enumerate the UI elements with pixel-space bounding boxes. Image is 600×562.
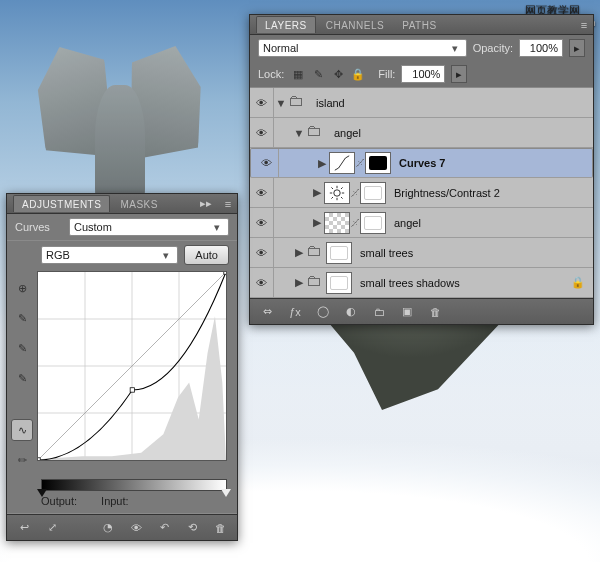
mask-thumb[interactable] bbox=[326, 272, 352, 294]
return-to-list-icon[interactable]: ↩ bbox=[13, 517, 35, 539]
layer-row[interactable]: 👁▶⸓angel bbox=[250, 208, 593, 238]
visibility-toggle-icon[interactable]: 👁 bbox=[250, 238, 274, 267]
eyedropper-gray-icon[interactable]: ✎ bbox=[11, 337, 33, 359]
tab-adjustments[interactable]: ADJUSTMENTS bbox=[13, 195, 110, 212]
curve-pencil-tool-icon[interactable]: ✏ bbox=[11, 449, 33, 471]
fill-field[interactable]: 100% bbox=[401, 65, 445, 83]
visibility-toggle-icon[interactable]: 👁 bbox=[250, 178, 274, 207]
disclosure-triangle-icon[interactable]: ▶ bbox=[310, 186, 324, 199]
clip-to-layer-icon[interactable]: ◔ bbox=[97, 517, 119, 539]
input-label: Input: bbox=[101, 495, 129, 507]
reset-icon[interactable]: ⟲ bbox=[181, 517, 203, 539]
curve-point[interactable] bbox=[130, 388, 134, 392]
mask-thumb[interactable] bbox=[360, 212, 386, 234]
target-adjust-icon[interactable]: ⊕ bbox=[11, 277, 33, 299]
layers-footer: ⇔ ƒx ◯ ◐ 🗀 ▣ 🗑 bbox=[250, 298, 593, 324]
link-layers-icon[interactable]: ⇔ bbox=[256, 301, 278, 323]
curves-adj-thumb[interactable] bbox=[329, 152, 355, 174]
visibility-toggle-icon[interactable]: 👁 bbox=[250, 118, 274, 147]
new-layer-icon[interactable]: ▣ bbox=[396, 301, 418, 323]
visibility-toggle-icon[interactable]: 👁 bbox=[250, 208, 274, 237]
blend-mode-select[interactable]: Normal ▾ bbox=[258, 39, 467, 57]
mask-link-icon[interactable]: ⸓ bbox=[350, 187, 360, 199]
curves-graph[interactable] bbox=[37, 271, 227, 461]
curve-point[interactable] bbox=[224, 272, 226, 274]
visibility-toggle-icon[interactable]: 👁 bbox=[250, 268, 274, 297]
lock-all-icon[interactable]: 🔒 bbox=[350, 66, 366, 82]
layer-thumb[interactable] bbox=[324, 212, 350, 234]
opacity-field[interactable]: 100% bbox=[519, 39, 563, 57]
visibility-toggle-icon[interactable]: 👁 bbox=[250, 88, 274, 117]
layer-row[interactable]: 👁▶⸓Curves 7 bbox=[250, 148, 593, 178]
lock-icons: ▦ ✎ ✥ 🔒 bbox=[290, 66, 366, 82]
curve-point[interactable] bbox=[38, 458, 40, 460]
adjustment-type-label: Curves bbox=[15, 221, 63, 233]
white-point-handle[interactable] bbox=[221, 489, 231, 497]
input-gradient-slider[interactable] bbox=[41, 479, 227, 491]
fill-label: Fill: bbox=[378, 68, 395, 80]
layer-name[interactable]: island bbox=[308, 97, 345, 109]
toggle-visibility-icon[interactable]: 👁 bbox=[125, 517, 147, 539]
disclosure-triangle-icon[interactable]: ▶ bbox=[292, 276, 306, 289]
layer-row[interactable]: 👁▶🗀small trees bbox=[250, 238, 593, 268]
layer-name[interactable]: small trees shadows bbox=[352, 277, 460, 289]
layer-row[interactable]: 👁▶⸓Brightness/Contrast 2 bbox=[250, 178, 593, 208]
folder-icon: 🗀 bbox=[306, 272, 326, 294]
mask-thumb[interactable] bbox=[360, 182, 386, 204]
curves-tool-column: ⊕ ✎ ✎ ✎ ∿ ✏ bbox=[7, 269, 37, 479]
layer-row[interactable]: 👁▶🗀small trees shadows🔒 bbox=[250, 268, 593, 298]
eyedropper-white-icon[interactable]: ✎ bbox=[11, 367, 33, 389]
disclosure-triangle-icon[interactable]: ▼ bbox=[292, 127, 306, 139]
collapse-icon[interactable]: ▸▸ bbox=[195, 197, 217, 210]
layer-fx-icon[interactable]: ƒx bbox=[284, 301, 306, 323]
layer-row[interactable]: 👁▼🗀island bbox=[250, 88, 593, 118]
lock-pixels-icon[interactable]: ✎ bbox=[310, 66, 326, 82]
panel-menu-icon[interactable]: ≡ bbox=[575, 19, 593, 31]
tab-channels[interactable]: CHANNELS bbox=[318, 17, 392, 33]
tab-masks[interactable]: MASKS bbox=[112, 196, 166, 212]
preset-value: Custom bbox=[74, 221, 210, 233]
disclosure-triangle-icon[interactable]: ▶ bbox=[292, 246, 306, 259]
previous-state-icon[interactable]: ↶ bbox=[153, 517, 175, 539]
opacity-flyout-icon[interactable]: ▸ bbox=[569, 39, 585, 57]
tab-layers[interactable]: LAYERS bbox=[256, 16, 316, 33]
layer-name[interactable]: small trees bbox=[352, 247, 413, 259]
mask-link-icon[interactable]: ⸓ bbox=[355, 157, 365, 169]
layer-mask-icon[interactable]: ◯ bbox=[312, 301, 334, 323]
lock-label: Lock: bbox=[258, 68, 284, 80]
brightness-adj-thumb[interactable] bbox=[324, 182, 350, 204]
fill-flyout-icon[interactable]: ▸ bbox=[451, 65, 467, 83]
chevron-down-icon: ▾ bbox=[159, 249, 173, 262]
disclosure-triangle-icon[interactable]: ▶ bbox=[310, 216, 324, 229]
disclosure-triangle-icon[interactable]: ▶ bbox=[315, 157, 329, 170]
preset-row: Curves Custom ▾ bbox=[7, 214, 237, 240]
layer-row[interactable]: 👁▼🗀angel bbox=[250, 118, 593, 148]
layers-panel: LAYERS CHANNELS PATHS ≡ Normal ▾ Opacity… bbox=[249, 14, 594, 325]
preset-select[interactable]: Custom ▾ bbox=[69, 218, 229, 236]
auto-button[interactable]: Auto bbox=[184, 245, 229, 265]
expand-view-icon[interactable]: ⤢ bbox=[41, 517, 63, 539]
adjustment-layer-icon[interactable]: ◐ bbox=[340, 301, 362, 323]
layer-tree[interactable]: 👁▼🗀island👁▼🗀angel👁▶⸓Curves 7👁▶⸓Brightnes… bbox=[250, 88, 593, 298]
channel-select[interactable]: RGB ▾ bbox=[41, 246, 178, 264]
curve-point-tool-icon[interactable]: ∿ bbox=[11, 419, 33, 441]
eyedropper-black-icon[interactable]: ✎ bbox=[11, 307, 33, 329]
panel-menu-icon[interactable]: ≡ bbox=[219, 198, 237, 210]
layer-name[interactable]: Brightness/Contrast 2 bbox=[386, 187, 500, 199]
delete-adjustment-icon[interactable]: 🗑 bbox=[209, 517, 231, 539]
mask-thumb[interactable] bbox=[365, 152, 391, 174]
group-icon[interactable]: 🗀 bbox=[368, 301, 390, 323]
layer-name[interactable]: angel bbox=[386, 217, 421, 229]
layer-name[interactable]: Curves 7 bbox=[391, 157, 445, 169]
mask-thumb[interactable] bbox=[326, 242, 352, 264]
mask-link-icon[interactable]: ⸓ bbox=[350, 217, 360, 229]
tab-paths[interactable]: PATHS bbox=[394, 17, 444, 33]
delete-layer-icon[interactable]: 🗑 bbox=[424, 301, 446, 323]
disclosure-triangle-icon[interactable]: ▼ bbox=[274, 97, 288, 109]
folder-icon: 🗀 bbox=[306, 122, 326, 144]
lock-position-icon[interactable]: ✥ bbox=[330, 66, 346, 82]
black-point-handle[interactable] bbox=[37, 489, 47, 497]
lock-transparent-icon[interactable]: ▦ bbox=[290, 66, 306, 82]
visibility-toggle-icon[interactable]: 👁 bbox=[255, 149, 279, 177]
layer-name[interactable]: angel bbox=[326, 127, 361, 139]
